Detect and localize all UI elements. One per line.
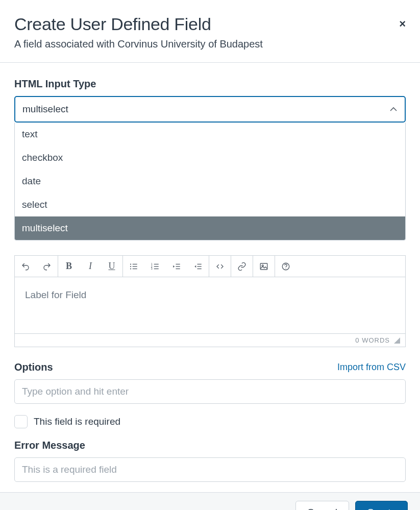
create-udf-modal: Create User Defined Field A field associ…: [0, 0, 420, 510]
select-option-date[interactable]: date: [15, 169, 405, 193]
required-row: This field is required: [14, 415, 406, 428]
modal-body: HTML Input Type multiselect text checkbo…: [0, 63, 420, 492]
outdent-icon[interactable]: [187, 256, 209, 277]
image-icon[interactable]: [253, 256, 275, 277]
required-label[interactable]: This field is required: [34, 416, 120, 427]
options-header: Options Import from CSV: [14, 361, 406, 373]
close-icon[interactable]: ×: [399, 18, 406, 30]
svg-marker-15: [173, 265, 175, 268]
editor-textarea[interactable]: Label for Field: [15, 277, 405, 333]
select-option-text[interactable]: text: [15, 123, 405, 146]
select-display[interactable]: multiselect: [14, 96, 406, 123]
select-option-multiselect[interactable]: multiselect: [15, 216, 405, 240]
link-icon[interactable]: [231, 256, 253, 277]
resize-handle-icon[interactable]: [394, 337, 400, 344]
options-input[interactable]: [14, 379, 406, 404]
error-message-input[interactable]: [14, 457, 406, 482]
editor-toolbar: B I U 123: [15, 256, 405, 277]
select-option-checkbox[interactable]: checkbox: [15, 146, 405, 169]
editor-statusbar: 0 WORDS: [15, 333, 405, 347]
bullet-list-icon[interactable]: [123, 256, 144, 277]
underline-icon[interactable]: U: [101, 256, 122, 277]
select-dropdown: text checkbox date select multiselect: [14, 123, 406, 240]
cancel-button[interactable]: Cancel: [295, 501, 349, 510]
modal-subtitle: A field associated with Corvinus Univers…: [14, 38, 406, 50]
options-label: Options: [14, 361, 53, 373]
undo-icon[interactable]: [15, 256, 36, 277]
label-editor: B I U 123: [14, 255, 406, 347]
number-list-icon[interactable]: 123: [144, 256, 166, 277]
word-count: 0 WORDS: [355, 336, 390, 344]
bold-icon[interactable]: B: [58, 256, 80, 277]
create-button[interactable]: Create: [355, 501, 408, 510]
help-icon[interactable]: [275, 256, 297, 277]
select-option-select[interactable]: select: [15, 193, 405, 216]
indent-icon[interactable]: [166, 256, 187, 277]
import-csv-link[interactable]: Import from CSV: [337, 362, 406, 373]
chevron-up-icon: [389, 105, 398, 113]
svg-point-0: [130, 263, 131, 264]
svg-rect-20: [260, 263, 267, 270]
svg-marker-19: [194, 265, 196, 268]
input-type-select[interactable]: multiselect text checkbox date select mu…: [14, 96, 406, 123]
svg-text:3: 3: [151, 267, 153, 270]
modal-header: Create User Defined Field A field associ…: [0, 0, 420, 62]
modal-title: Create User Defined Field: [14, 14, 406, 34]
select-value: multiselect: [22, 104, 68, 115]
redo-icon[interactable]: [36, 256, 58, 277]
italic-icon[interactable]: I: [80, 256, 101, 277]
input-type-label: HTML Input Type: [14, 78, 406, 90]
error-message-label: Error Message: [14, 440, 406, 451]
modal-footer: Cancel Create: [0, 492, 420, 510]
svg-point-23: [285, 268, 286, 269]
svg-point-2: [130, 268, 131, 269]
required-checkbox[interactable]: [14, 415, 28, 428]
code-icon[interactable]: [209, 256, 231, 277]
svg-point-1: [130, 265, 131, 266]
